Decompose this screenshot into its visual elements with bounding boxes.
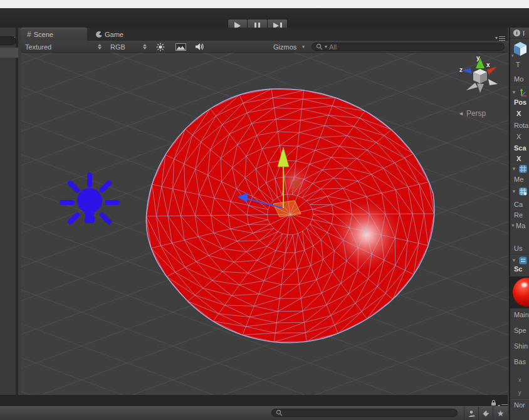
lock-icon bbox=[491, 399, 496, 406]
inspector-tab[interactable]: i I bbox=[510, 28, 529, 39]
axis-gizmo-x-label[interactable]: x bbox=[486, 61, 490, 68]
draw-mode-dropdown[interactable]: Textured bbox=[22, 41, 105, 53]
specular-highlight-glow bbox=[342, 210, 392, 260]
gizmos-dropdown[interactable]: Gizmos ▾ bbox=[270, 41, 308, 53]
transform-foldout[interactable]: ▼ bbox=[511, 90, 518, 95]
image-icon bbox=[175, 43, 186, 51]
render-mode-value: RGB bbox=[110, 43, 125, 51]
draw-mode-value: Textured bbox=[25, 43, 51, 51]
scene-fx-toggle[interactable] bbox=[172, 41, 189, 52]
unity-editor-window: ▾ # Scene Game ▾ Textured RGB bbox=[0, 0, 529, 420]
selected-list-item[interactable] bbox=[0, 48, 18, 58]
search-filter-caret-icon: ▾ bbox=[325, 44, 327, 50]
camera-mode-label[interactable]: ◄ Persp bbox=[458, 109, 486, 118]
shininess-label: Shin bbox=[514, 342, 529, 350]
materials-label: Ma bbox=[516, 222, 529, 229]
search-icon bbox=[276, 409, 283, 416]
person-icon bbox=[468, 410, 475, 417]
scene-panel-menu-icon[interactable]: ▾ bbox=[495, 36, 505, 41]
os-title-strip bbox=[0, 0, 529, 8]
mesh-label: Me bbox=[514, 176, 529, 183]
position-label: Pos bbox=[514, 98, 529, 106]
gizmos-label: Gizmos bbox=[273, 43, 296, 51]
axis-gizmo-y-label[interactable]: y bbox=[476, 55, 480, 61]
renderer-foldout[interactable]: ▼ bbox=[511, 189, 518, 194]
material-sphere-icon bbox=[513, 278, 529, 307]
search-by-label-button[interactable] bbox=[478, 407, 492, 420]
specular-color-label: Spe bbox=[514, 327, 529, 334]
inspector-tab-label: I bbox=[523, 29, 525, 37]
tiling-y-label: y bbox=[518, 389, 529, 396]
transform-icon bbox=[519, 88, 528, 97]
tag-label: T bbox=[516, 61, 529, 68]
sun-icon bbox=[156, 43, 165, 51]
persp-arrow-icon: ◄ bbox=[458, 110, 464, 117]
tab-game[interactable]: Game bbox=[90, 28, 150, 41]
scene-search-value: All bbox=[329, 43, 337, 51]
x-axis-cone[interactable] bbox=[292, 181, 300, 189]
component-foldout[interactable]: ▼ bbox=[511, 258, 518, 263]
speaker-icon bbox=[195, 43, 204, 51]
base-texture-label: Bas bbox=[514, 358, 529, 365]
main-toolbar bbox=[0, 8, 529, 28]
material-preview[interactable] bbox=[510, 276, 529, 308]
scene-toolbar: Textured RGB bbox=[21, 41, 508, 53]
mesh-filter-foldout[interactable]: ▼ bbox=[511, 166, 518, 172]
tiling-x-label: x bbox=[518, 377, 529, 383]
persp-text: Persp bbox=[466, 109, 486, 118]
normalmap-label: Nor bbox=[514, 401, 529, 409]
component-icon bbox=[519, 256, 527, 265]
scene-viewport[interactable]: ◄ Persp y x z bbox=[21, 53, 508, 395]
position-x-label: X bbox=[516, 110, 529, 117]
model-label: Mo bbox=[514, 75, 529, 83]
favorites-button[interactable]: ★ bbox=[493, 407, 508, 420]
project-toolbar: ★ bbox=[0, 406, 508, 420]
rotation-x-label: X bbox=[516, 133, 529, 140]
left-panel: ▾ bbox=[0, 28, 18, 395]
caret-down-icon: ▾ bbox=[302, 44, 305, 50]
axis-gizmo-z-label[interactable]: z bbox=[459, 66, 463, 73]
receive-shadows-label: Re bbox=[514, 211, 529, 219]
point-light-gizmo[interactable] bbox=[62, 175, 117, 223]
scene-grid-icon: # bbox=[27, 30, 31, 39]
render-mode-dropdown[interactable]: RGB bbox=[107, 41, 150, 53]
mesh-renderer-icon bbox=[519, 187, 527, 196]
scene-lighting-toggle[interactable] bbox=[152, 41, 169, 52]
star-icon: ★ bbox=[497, 409, 505, 417]
use-light-probes-label: Us bbox=[514, 244, 529, 252]
rotation-label: Rota bbox=[514, 122, 529, 129]
project-search-field[interactable] bbox=[271, 409, 458, 417]
main-color-label: Main bbox=[514, 311, 529, 318]
scale-x-label: X bbox=[516, 155, 529, 162]
tab-game-label: Game bbox=[105, 31, 123, 38]
inspector-panel: i I ▾ T Mo ▼ Pos X Rota X Sca X ▼ bbox=[509, 28, 529, 420]
mesh-filter-icon bbox=[519, 165, 527, 173]
project-panel-header: ▾ bbox=[0, 395, 508, 406]
scene-panel: # Scene Game ▾ Textured RGB bbox=[21, 28, 508, 395]
scale-label: Sca bbox=[514, 144, 529, 152]
tab-scene-label: Scene bbox=[34, 31, 53, 38]
component-title-label: Sc bbox=[514, 265, 529, 273]
search-by-type-button[interactable] bbox=[464, 407, 478, 420]
info-icon: i bbox=[513, 29, 520, 36]
tab-scene[interactable]: # Scene bbox=[21, 28, 87, 41]
gameobject-caret-icon[interactable]: ▾ bbox=[511, 53, 518, 58]
search-icon bbox=[316, 43, 323, 50]
game-icon bbox=[96, 31, 102, 38]
scene-audio-toggle[interactable] bbox=[191, 41, 207, 52]
scene-search-field[interactable]: ▾ All bbox=[312, 43, 505, 51]
scene-render[interactable] bbox=[21, 53, 508, 395]
updown-icon bbox=[98, 44, 102, 50]
orientation-gizmo[interactable] bbox=[461, 58, 498, 93]
updown-icon bbox=[143, 44, 147, 50]
cast-shadows-label: Ca bbox=[514, 201, 529, 208]
tag-icon bbox=[482, 410, 490, 417]
scene-tabbar: # Scene Game ▾ bbox=[21, 28, 508, 41]
left-search-field[interactable] bbox=[0, 36, 16, 45]
